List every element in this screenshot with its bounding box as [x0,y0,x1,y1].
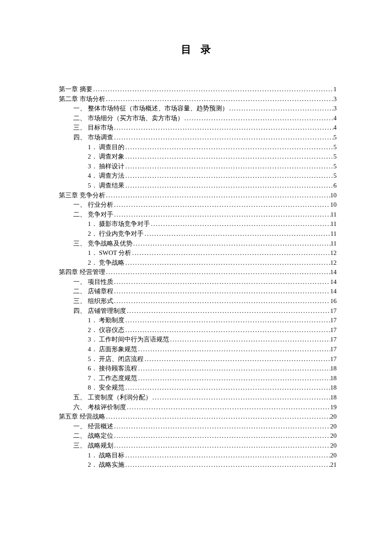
toc-entry-leader: ........................................… [124,325,330,335]
toc-entry-label: 二、 店铺章程 [73,286,113,296]
toc-entry-page: 17 [330,306,337,316]
toc-entry-label: 1． 摄影市场竞争对手 [88,219,150,229]
toc-entry-leader: ........................................… [126,402,330,412]
toc-entry-page: 5 [334,133,337,142]
toc-entry: 第二章 市场分析................................… [59,94,337,104]
toc-entry-label: 一、 项目性质 [73,277,113,287]
toc-entry: 二、 市场细分（买方市场、卖方市场）......................… [59,113,337,123]
toc-entry-leader: ........................................… [137,373,330,383]
toc-entry-page: 6 [334,181,337,191]
toc-entry: 2． 调查对象.................................… [59,152,337,162]
toc-entry-page: 20 [330,431,337,441]
toc-entry-label: 1． 考勤制度 [88,315,124,325]
toc-entry-leader: ........................................… [92,84,334,94]
toc-entry-page: 11 [331,219,337,229]
page-title: 目 录 [59,43,337,56]
toc-entry: 四、 店铺管理制度...............................… [59,306,337,316]
toc-entry-label: 2． 行业内竞争对手 [88,229,144,239]
toc-entry-page: 10 [330,200,337,210]
toc-entry-label: 六、 考核评价制度 [73,402,126,412]
toc-entry-label: 四、 店铺管理制度 [73,306,126,316]
toc-entry-page: 17 [330,315,337,325]
toc-entry-leader: ........................................… [124,460,330,470]
toc-entry: 3． 工作时间中行为言语规范..........................… [59,335,337,344]
toc-entry-leader: ........................................… [131,248,330,258]
toc-entry-label: 三、 组织形式 [73,296,113,306]
toc-entry-leader: ........................................… [105,94,334,104]
toc-entry-label: 2． 战略实施 [88,460,124,470]
toc-entry-leader: ........................................… [184,113,334,123]
toc-entry-label: 四、 市场调查 [73,133,113,142]
toc-entry: 三、 目标市场 ................................… [59,123,337,133]
toc-entry-leader: ........................................… [124,171,333,181]
toc-entry: 二、 店铺章程.................................… [59,286,337,296]
toc-entry-leader: ........................................… [169,335,330,344]
toc-entry: 四、 市场调查.................................… [59,133,337,142]
toc-entry-leader: ........................................… [105,267,330,277]
toc-entry-page: 20 [330,441,337,451]
toc-entry-leader: ........................................… [133,239,331,249]
toc-entry: 五、 工资制度（利润分配）...........................… [59,393,337,402]
toc-entry: 一、 行业分析.................................… [59,200,337,210]
toc-entry-label: 3． 工作时间中行为言语规范 [88,335,169,344]
toc-entry-leader: ........................................… [152,393,330,402]
toc-entry-page: 11 [331,239,337,249]
toc-entry-page: 10 [330,191,337,200]
toc-entry: 4． 调查方法.................................… [59,171,337,181]
toc-entry: 一、 经营概述.................................… [59,422,337,431]
toc-entry-leader: ........................................… [124,162,333,171]
toc-entry-label: 三、 竞争战略及优势 [73,239,133,249]
toc-entry-page: 18 [330,373,337,383]
toc-entry-leader: ........................................… [113,296,330,306]
toc-entry-page: 17 [330,325,337,335]
toc-entry-page: 20 [330,422,337,431]
toc-entry-leader: ........................................… [124,451,330,460]
toc-entry-label: 2． 竞争战略 [88,258,124,268]
toc-entry-label: 第二章 市场分析 [59,94,105,104]
toc-entry-leader: ........................................… [137,344,330,354]
toc-entry-leader: ........................................… [137,364,330,373]
toc-entry: 一、 项目性质.................................… [59,277,337,287]
toc-entry: 第四章 经营管理................................… [59,267,337,277]
toc-entry: 一、 整体市场特征（市场概述、市场容量、趋势预测） ..............… [59,104,337,113]
toc-entry: 三、 组织形式.................................… [59,296,337,306]
toc-entry-leader: ........................................… [124,383,330,393]
toc-entry: 2． 仪容仪态.................................… [59,325,337,335]
toc-entry: 1． 调查目的.................................… [59,142,337,152]
toc-entry-leader: ........................................… [144,354,330,364]
toc-entry-page: 17 [330,354,337,364]
toc-entry-leader: ........................................… [144,229,330,239]
toc-entry-leader: ........................................… [150,219,330,229]
toc-entry-page: 12 [330,248,337,258]
toc-entry: 三、 战略规划.................................… [59,441,337,451]
document-page: 目 录 第一章 摘要..............................… [0,0,392,555]
toc-entry: 1． 战略目标.................................… [59,451,337,460]
toc-entry-label: 5． 调查结果 [88,181,124,191]
toc-entry: 2． 行业内竞争对手..............................… [59,229,337,239]
toc-entry-label: 三、 战略规划 [73,441,113,451]
toc-entry-leader: ........................................… [113,123,334,133]
toc-entry-label: 5． 开店、闭店流程 [88,354,144,364]
toc-entry-page: 4 [334,113,337,123]
toc-entry: 2． 战略实施.................................… [59,460,337,470]
toc-entry-leader: ........................................… [124,181,333,191]
toc-entry-leader: ........................................… [124,142,333,152]
toc-entry-leader: ........................................… [113,286,330,296]
toc-entry-leader: ........................................… [113,441,330,451]
toc-entry-label: 1． 调查目的 [88,142,124,152]
toc-entry-page: 11 [331,210,337,220]
toc-entry: 6． 接待顾客流程...............................… [59,364,337,373]
toc-entry-leader: ........................................… [113,200,330,210]
toc-entry-label: 2． 调查对象 [88,152,124,162]
toc-entry-label: 二、 市场细分（买方市场、卖方市场） [73,113,184,123]
toc-entry: 2． 竞争战略.................................… [59,258,337,268]
toc-entry-label: 8． 安全规范 [88,383,124,393]
toc-entry-page: 18 [330,364,337,373]
toc-entry-leader: ........................................… [113,431,330,441]
toc-entry-leader: ........................................… [228,104,334,113]
toc-entry-page: 14 [330,277,337,287]
toc-entry-label: 一、 经营概述 [73,422,113,431]
toc-entry-page: 18 [330,383,337,393]
toc-entry-label: 二、 战略定位 [73,431,113,441]
toc-entry: 4． 店面形象规范...............................… [59,344,337,354]
